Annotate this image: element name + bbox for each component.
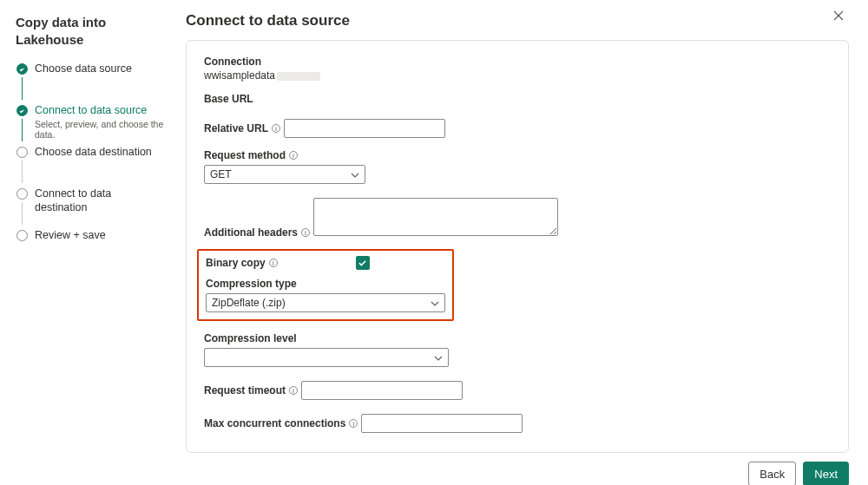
binary-copy-field: Binary copy i xyxy=(206,256,445,270)
relative-url-field: Relative URL i xyxy=(204,115,831,138)
compression-type-select[interactable]: ZipDeflate (.zip) xyxy=(206,293,445,312)
base-url-field: Base URL xyxy=(204,92,831,105)
connection-label: Connection xyxy=(204,56,261,68)
request-timeout-label: Request timeout i xyxy=(204,384,298,397)
circle-icon xyxy=(16,230,28,241)
main-pane: Connect to data source Connection wwisam… xyxy=(174,0,868,485)
connection-field: Connection wwisampledata xyxy=(204,55,831,82)
step-choose-data-destination[interactable]: Choose data destination xyxy=(16,145,165,183)
info-icon[interactable]: i xyxy=(289,151,298,160)
relative-url-input[interactable] xyxy=(284,119,445,138)
info-icon[interactable]: i xyxy=(272,124,280,133)
relative-url-label: Relative URL i xyxy=(204,122,280,134)
step-label: Connect to data source xyxy=(35,103,165,117)
wizard-sidebar: Copy data into Lakehouse Choose data sou… xyxy=(0,0,174,485)
request-method-label: Request method i xyxy=(204,149,298,161)
close-icon[interactable] xyxy=(832,9,845,23)
binary-copy-checkbox[interactable] xyxy=(356,256,370,270)
checkmark-icon xyxy=(16,105,28,116)
step-label: Choose data destination xyxy=(35,145,165,159)
info-icon[interactable]: i xyxy=(349,419,358,428)
wizard-title: Copy data into Lakehouse xyxy=(16,14,165,49)
step-label: Choose data source xyxy=(35,62,165,75)
base-url-label: Base URL xyxy=(204,93,253,105)
additional-headers-field: Additional headers i xyxy=(204,194,831,239)
max-concurrent-label: Max concurrent connections i xyxy=(204,417,358,429)
additional-headers-label: Additional headers i xyxy=(204,226,310,239)
binary-copy-label: Binary copy i xyxy=(206,257,278,269)
page-title: Connect to data source xyxy=(186,12,849,29)
compression-type-field: Compression type ZipDeflate (.zip) xyxy=(206,277,445,312)
compression-level-label: Compression level xyxy=(204,332,297,344)
step-list: Choose data source Connect to data sourc… xyxy=(16,62,165,266)
request-method-field: Request method i GET xyxy=(204,148,831,184)
request-timeout-input[interactable] xyxy=(301,381,463,400)
step-desc: Select, preview, and choose the data. xyxy=(35,119,165,140)
compression-type-value: ZipDeflate (.zip) xyxy=(212,297,286,309)
request-method-value: GET xyxy=(210,168,232,180)
max-concurrent-input[interactable] xyxy=(361,414,523,433)
info-icon[interactable]: i xyxy=(289,386,298,395)
request-method-select[interactable]: GET xyxy=(204,165,365,184)
compression-level-field: Compression level xyxy=(204,331,831,367)
circle-icon xyxy=(16,147,28,158)
masked-text-icon xyxy=(277,72,320,81)
step-label: Review + save xyxy=(35,228,165,242)
request-timeout-field: Request timeout i xyxy=(204,377,831,400)
info-icon[interactable]: i xyxy=(301,228,310,237)
circle-icon xyxy=(16,188,28,200)
step-connect-to-data-source[interactable]: Connect to data source Select, preview, … xyxy=(16,103,165,141)
chevron-down-icon xyxy=(351,170,359,179)
highlight-annotation: Binary copy i Compression type ZipDeflat… xyxy=(197,249,454,321)
compression-type-label: Compression type xyxy=(206,278,297,290)
step-connect-to-data-destination[interactable]: Connect to data destination xyxy=(16,187,165,225)
next-button[interactable]: Next xyxy=(803,462,849,485)
form-panel: Connection wwisampledata Base URL Relati… xyxy=(186,40,849,453)
max-concurrent-field: Max concurrent connections i xyxy=(204,410,831,433)
info-icon[interactable]: i xyxy=(269,259,278,267)
back-button[interactable]: Back xyxy=(748,462,796,485)
step-review-save[interactable]: Review + save xyxy=(16,228,165,266)
additional-headers-input[interactable] xyxy=(313,198,558,236)
checkmark-icon xyxy=(16,63,28,75)
step-label: Connect to data destination xyxy=(35,187,165,215)
wizard-footer: Back Next xyxy=(186,453,849,485)
chevron-down-icon xyxy=(431,298,439,307)
compression-level-select[interactable] xyxy=(204,348,449,367)
chevron-down-icon xyxy=(434,353,443,362)
step-choose-data-source[interactable]: Choose data source xyxy=(16,62,165,100)
connection-value: wwisampledata xyxy=(204,69,831,82)
